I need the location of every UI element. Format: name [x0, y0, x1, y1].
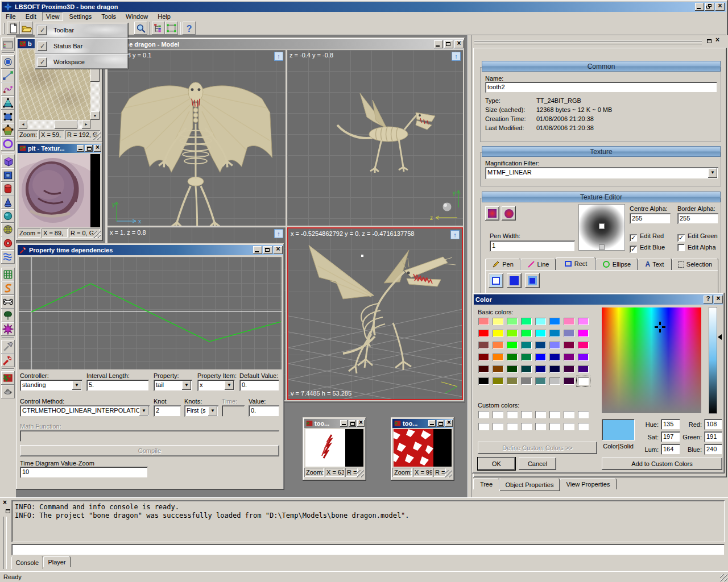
- basic-color-swatch[interactable]: [535, 365, 547, 373]
- custom-color-swatch[interactable]: [478, 410, 490, 419]
- basic-color-swatch[interactable]: [549, 353, 561, 361]
- basic-color-swatch[interactable]: [478, 317, 490, 326]
- gradient-square-tool[interactable]: [485, 206, 499, 221]
- model-close-button[interactable]: ×: [454, 40, 464, 48]
- cone-icon[interactable]: [1, 196, 15, 209]
- basic-color-swatch[interactable]: [506, 341, 518, 350]
- custom-color-swatch[interactable]: [520, 410, 532, 419]
- point-icon[interactable]: [1, 55, 15, 69]
- menu-item-status-bar[interactable]: ✓ Status Bar: [35, 39, 129, 53]
- basic-color-swatch[interactable]: [535, 341, 547, 350]
- tab-view-properties[interactable]: View Properties: [560, 479, 617, 489]
- green-input[interactable]: 191: [704, 431, 722, 442]
- custom-color-swatch[interactable]: [563, 410, 575, 419]
- basic-color-swatch[interactable]: [563, 353, 575, 361]
- add-to-custom-colors-button[interactable]: Add to Custom Colors: [602, 458, 722, 470]
- viewport-front[interactable]: x = -0.3 y = 0.1 ↑ yx: [107, 50, 286, 226]
- basic-color-swatch[interactable]: [492, 377, 504, 385]
- rect-filled-tool[interactable]: [507, 273, 522, 288]
- tab-tree[interactable]: Tree: [473, 479, 499, 489]
- ellipse-icon[interactable]: [1, 137, 15, 151]
- texture-canvas-tooth-a[interactable]: [305, 429, 363, 467]
- app-close-button[interactable]: ×: [715, 3, 725, 11]
- console-input[interactable]: [11, 544, 725, 555]
- custom-color-swatch[interactable]: [492, 422, 504, 431]
- basic-color-swatch[interactable]: [549, 377, 561, 385]
- menu-window[interactable]: Window: [122, 12, 152, 21]
- wrench-icon[interactable]: [1, 354, 15, 367]
- texture-icon[interactable]: [1, 371, 15, 385]
- resize-grip[interactable]: [93, 231, 101, 238]
- viewport-front-maximize-button[interactable]: ↑: [274, 52, 283, 61]
- custom-color-swatch[interactable]: [506, 410, 518, 419]
- basic-color-swatch[interactable]: [577, 365, 589, 373]
- basic-color-swatch[interactable]: [520, 365, 532, 373]
- resize-grip[interactable]: [357, 470, 364, 477]
- creature-icon[interactable]: [1, 385, 15, 398]
- interval-input[interactable]: 5.: [86, 380, 149, 391]
- basic-color-swatch[interactable]: [549, 365, 561, 373]
- basic-color-swatch[interactable]: [520, 341, 532, 350]
- edit-red-checkbox[interactable]: ✓Edit Red: [630, 232, 664, 242]
- basic-color-swatch[interactable]: [549, 341, 561, 350]
- viewport-perspective-maximize-button[interactable]: ↑: [450, 230, 460, 239]
- tooth-a-maximize-button[interactable]: [349, 420, 356, 427]
- water-icon[interactable]: [1, 250, 15, 264]
- model-minimize-button[interactable]: [434, 40, 443, 48]
- custom-color-swatch[interactable]: [577, 422, 589, 431]
- property-maximize-button[interactable]: [263, 246, 272, 254]
- tab-console[interactable]: Console: [11, 556, 43, 569]
- basic-color-swatch[interactable]: [478, 377, 490, 385]
- basic-color-swatch[interactable]: [535, 353, 547, 361]
- foliage-icon[interactable]: [1, 309, 15, 322]
- border-handle[interactable]: [599, 244, 605, 250]
- basic-color-swatch[interactable]: [520, 353, 532, 361]
- menu-view[interactable]: View: [42, 12, 64, 21]
- basic-color-swatch[interactable]: [563, 317, 575, 326]
- basic-color-swatch[interactable]: [535, 317, 547, 326]
- basic-color-swatch[interactable]: [577, 329, 589, 338]
- custom-color-swatch[interactable]: [535, 410, 547, 419]
- custom-color-swatch[interactable]: [520, 422, 532, 431]
- custom-color-swatch[interactable]: [492, 410, 504, 419]
- texture-canvas-tooth-b[interactable]: [394, 429, 452, 467]
- knots-combo[interactable]: First (s▼: [184, 405, 218, 417]
- basic-color-swatch[interactable]: [492, 341, 504, 350]
- basic-color-swatch[interactable]: [506, 377, 518, 385]
- menu-edit[interactable]: Edit: [22, 12, 40, 21]
- name-input[interactable]: tooth2: [485, 82, 717, 93]
- bone-icon[interactable]: [1, 295, 15, 309]
- console-output[interactable]: INFO: Command and info console is ready.…: [11, 500, 725, 542]
- tooth-a-close-button[interactable]: ×: [357, 420, 365, 427]
- custom-color-swatch[interactable]: [549, 410, 561, 419]
- tab-pen[interactable]: Pen: [485, 259, 520, 270]
- basic-color-swatch[interactable]: [549, 317, 561, 326]
- viewport-top-maximize-button[interactable]: ↑: [274, 229, 283, 238]
- viewport-perspective[interactable]: x = -0.5254862792 y = 0. z = -0.47161377…: [287, 227, 463, 400]
- time-graph[interactable]: [19, 257, 282, 369]
- basic-color-swatch[interactable]: [492, 317, 504, 326]
- screwdriver-icon[interactable]: [1, 340, 15, 354]
- tab-rect[interactable]: Rect: [556, 257, 595, 270]
- h-scrollbar[interactable]: ◄ ►: [19, 120, 90, 129]
- tab-line[interactable]: Line: [520, 259, 556, 270]
- basic-color-swatch[interactable]: [506, 365, 518, 373]
- tab-player[interactable]: Player: [43, 556, 71, 567]
- mesh-icon[interactable]: [1, 268, 15, 281]
- basic-color-swatch[interactable]: [506, 329, 518, 338]
- frame-icon[interactable]: [1, 168, 15, 182]
- define-custom-colors-button[interactable]: Define Custom Colors >>: [478, 442, 597, 454]
- centre-alpha-input[interactable]: 255: [630, 213, 671, 224]
- menu-item-toolbar[interactable]: ✓ Toolbar: [35, 23, 129, 38]
- tooth-b-close-button[interactable]: ×: [445, 420, 453, 427]
- menu-settings[interactable]: Settings: [65, 12, 96, 21]
- pit-close-button[interactable]: ×: [94, 145, 101, 152]
- open-icon[interactable]: [20, 22, 33, 35]
- ok-button[interactable]: OK: [478, 458, 515, 470]
- polygon-icon[interactable]: [1, 123, 15, 137]
- tooth-a-minimize-button[interactable]: [340, 420, 348, 427]
- luminance-slider[interactable]: [709, 307, 717, 413]
- model-maximize-button[interactable]: [444, 40, 453, 48]
- dock-splitter[interactable]: [468, 35, 472, 497]
- particles-icon[interactable]: [1, 322, 15, 336]
